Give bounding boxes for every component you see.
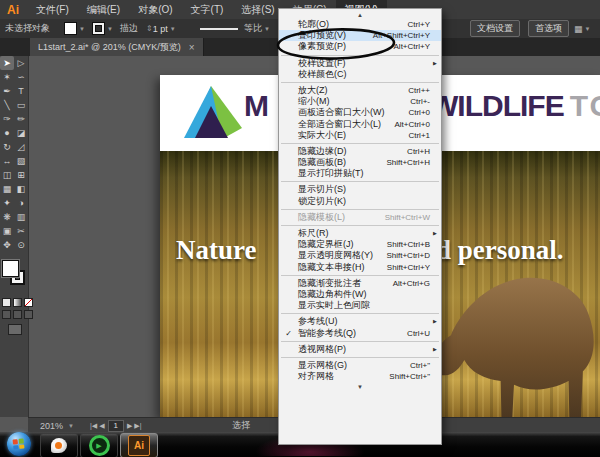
chevron-down-icon[interactable]: ▼ bbox=[585, 26, 591, 32]
tool-slice[interactable]: ✂ bbox=[14, 224, 28, 238]
view-menu-item[interactable]: 隐藏定界框(J)Shift+Ctrl+B bbox=[279, 239, 441, 250]
view-menu-item[interactable]: 透视网格(P)▶ bbox=[279, 344, 441, 355]
tool-magic-wand[interactable]: ✶ bbox=[0, 70, 14, 84]
tool-paintbrush[interactable]: ✑ bbox=[0, 112, 14, 126]
view-menu-item[interactable]: 轮廓(O)Ctrl+Y bbox=[279, 19, 441, 30]
view-menu-item[interactable]: 像素预览(P)Alt+Ctrl+Y bbox=[279, 41, 441, 52]
none-mode-button[interactable] bbox=[24, 298, 33, 307]
view-menu-item[interactable]: 显示网格(G)Ctrl+" bbox=[279, 360, 441, 371]
tool-scale[interactable]: ◿ bbox=[14, 140, 28, 154]
tool-blob-brush[interactable]: ● bbox=[0, 126, 14, 140]
artboard-prev-icon[interactable]: |◀ bbox=[90, 422, 99, 429]
view-menu-item[interactable]: 实际大小(E)Ctrl+1 bbox=[279, 130, 441, 141]
chevron-down-icon[interactable]: ▼ bbox=[79, 26, 85, 32]
workspace-icon[interactable]: ▦ bbox=[574, 24, 583, 34]
tool-free-transform[interactable]: ▧ bbox=[14, 154, 28, 168]
chevron-down-icon[interactable]: ▼ bbox=[68, 423, 74, 429]
view-menu-item[interactable]: 显示切片(S) bbox=[279, 184, 441, 195]
workspace-switcher[interactable]: ▦ ▼ bbox=[574, 19, 590, 38]
tool-perspective-grid[interactable]: ⊞ bbox=[14, 168, 28, 182]
menu-scroll-down-icon[interactable]: ▼ bbox=[279, 382, 441, 391]
close-icon[interactable]: × bbox=[189, 42, 195, 53]
view-menu-item[interactable]: 隐藏边角构件(W) bbox=[279, 289, 441, 300]
chevron-down-icon[interactable]: ▼ bbox=[107, 26, 113, 32]
color-mode-button[interactable] bbox=[2, 298, 11, 307]
stroke-weight-value[interactable]: 1 pt bbox=[153, 24, 168, 34]
menubar-item-edit[interactable]: 编辑(E) bbox=[78, 0, 129, 20]
tool-direct-selection[interactable]: ▷ bbox=[14, 56, 28, 70]
tool-selection[interactable]: ➤ bbox=[0, 56, 14, 70]
tool-width[interactable]: ↔ bbox=[0, 154, 14, 168]
fill-color-swatch[interactable] bbox=[64, 22, 77, 35]
artboard-next-icon[interactable]: ▶| bbox=[134, 422, 141, 429]
view-menu-item[interactable]: 隐藏边缘(D)Ctrl+H bbox=[279, 146, 441, 157]
tool-shape-builder[interactable]: ◫ bbox=[0, 168, 14, 182]
artboard-number-field[interactable]: 1 bbox=[108, 420, 124, 432]
taskbar-green-app-icon[interactable]: ▶ bbox=[80, 433, 118, 457]
view-menu-item[interactable]: 隐藏文本串接(H)Shift+Ctrl+Y bbox=[279, 262, 441, 273]
tool-symbol-sprayer[interactable]: ❋ bbox=[0, 210, 14, 224]
tool-eraser[interactable]: ◪ bbox=[14, 126, 28, 140]
draw-inside-button[interactable] bbox=[24, 310, 33, 319]
chevron-down-icon[interactable]: ▼ bbox=[170, 26, 176, 32]
preferences-button[interactable]: 首选项 bbox=[528, 19, 569, 38]
menubar-item-object[interactable]: 对象(O) bbox=[129, 0, 181, 20]
stroke-weight-stepper[interactable]: ⇕ 1 pt ▼ bbox=[146, 19, 176, 38]
tool-rectangle[interactable]: ▭ bbox=[14, 98, 28, 112]
chevron-down-icon[interactable]: ▼ bbox=[264, 26, 270, 32]
tool-pen[interactable]: ✒ bbox=[0, 84, 14, 98]
view-menu-item[interactable]: 参考线(U)▶ bbox=[279, 316, 441, 327]
screen-mode-button[interactable] bbox=[8, 324, 22, 335]
stepper-icon[interactable]: ⇕ bbox=[146, 24, 153, 33]
tool-blend[interactable]: ◑ bbox=[14, 196, 28, 210]
view-menu-item[interactable]: 校样颜色(C) bbox=[279, 69, 441, 80]
view-menu-item[interactable]: 隐藏渐变批注者Alt+Ctrl+G bbox=[279, 278, 441, 289]
view-menu-item[interactable]: 画板适合窗口大小(W)Ctrl+0 bbox=[279, 107, 441, 118]
view-menu-item[interactable]: ✓智能参考线(Q)Ctrl+U bbox=[279, 328, 441, 339]
tool-lasso[interactable]: ∽ bbox=[14, 70, 28, 84]
tool-rotate[interactable]: ↻ bbox=[0, 140, 14, 154]
fill-color-control[interactable]: ▼ bbox=[64, 19, 85, 38]
draw-behind-button[interactable] bbox=[13, 310, 22, 319]
menubar-item-select[interactable]: 选择(S) bbox=[232, 0, 283, 20]
draw-normal-button[interactable] bbox=[2, 310, 11, 319]
view-menu-item[interactable]: 叠印预览(V)Alt+Shift+Ctrl+Y bbox=[279, 30, 441, 41]
tool-line-segment[interactable]: ╲ bbox=[0, 98, 14, 112]
tool-mesh[interactable]: ▦ bbox=[0, 182, 14, 196]
taskbar-media-app-icon[interactable] bbox=[40, 433, 78, 457]
view-menu-item[interactable]: 缩小(M)Ctrl+- bbox=[279, 96, 441, 107]
stroke-color-swatch[interactable] bbox=[92, 22, 105, 35]
view-menu-item[interactable]: 隐藏画板(B)Shift+Ctrl+H bbox=[279, 157, 441, 168]
tool-gradient[interactable]: ◧ bbox=[14, 182, 28, 196]
tool-hand[interactable]: ✥ bbox=[0, 238, 14, 252]
menubar-item-file[interactable]: 文件(F) bbox=[27, 0, 78, 20]
tool-type[interactable]: T bbox=[14, 84, 28, 98]
artboard-prev-icon[interactable]: ◀ bbox=[99, 422, 104, 429]
menu-scroll-up-icon[interactable]: ▲ bbox=[279, 10, 441, 19]
tool-eyedropper[interactable]: ✦ bbox=[0, 196, 14, 210]
menubar-item-type[interactable]: 文字(T) bbox=[182, 0, 233, 20]
document-setup-button[interactable]: 文档设置 bbox=[470, 19, 520, 38]
view-menu-item[interactable]: 校样设置(F)▶ bbox=[279, 58, 441, 69]
view-menu-item[interactable]: 显示透明度网格(Y)Shift+Ctrl+D bbox=[279, 250, 441, 261]
fill-swatch[interactable] bbox=[2, 260, 19, 277]
gradient-mode-button[interactable] bbox=[13, 298, 22, 307]
taskbar-illustrator-icon[interactable]: Ai bbox=[120, 433, 158, 457]
stroke-color-control[interactable]: ▼ bbox=[92, 19, 113, 38]
tool-pencil[interactable]: ✏ bbox=[14, 112, 28, 126]
view-menu-item[interactable]: 显示实时上色间隙 bbox=[279, 300, 441, 311]
view-menu-item[interactable]: 锁定切片(K) bbox=[279, 196, 441, 207]
app-logo-icon[interactable]: Ai bbox=[0, 3, 27, 17]
view-menu-item[interactable]: 标尺(R)▶ bbox=[279, 228, 441, 239]
document-tab[interactable]: L1start_2.ai* @ 201% (CMYK/预览) × bbox=[30, 38, 204, 56]
tool-zoom[interactable]: ⊙ bbox=[14, 238, 28, 252]
tool-column-graph[interactable]: ▥ bbox=[14, 210, 28, 224]
stroke-profile-control[interactable]: 等比 ▼ bbox=[200, 19, 270, 38]
view-menu-item[interactable]: 全部适合窗口大小(L)Alt+Ctrl+0 bbox=[279, 119, 441, 130]
tool-artboard[interactable]: ▣ bbox=[0, 224, 14, 238]
windows-start-button[interactable] bbox=[7, 432, 31, 456]
view-menu-item[interactable]: 对齐网格Shift+Ctrl+" bbox=[279, 371, 441, 382]
zoom-field[interactable]: 201% ▼ bbox=[40, 418, 74, 433]
view-menu-item[interactable]: 显示打印拼贴(T) bbox=[279, 168, 441, 179]
zoom-value[interactable]: 201% bbox=[40, 421, 63, 431]
